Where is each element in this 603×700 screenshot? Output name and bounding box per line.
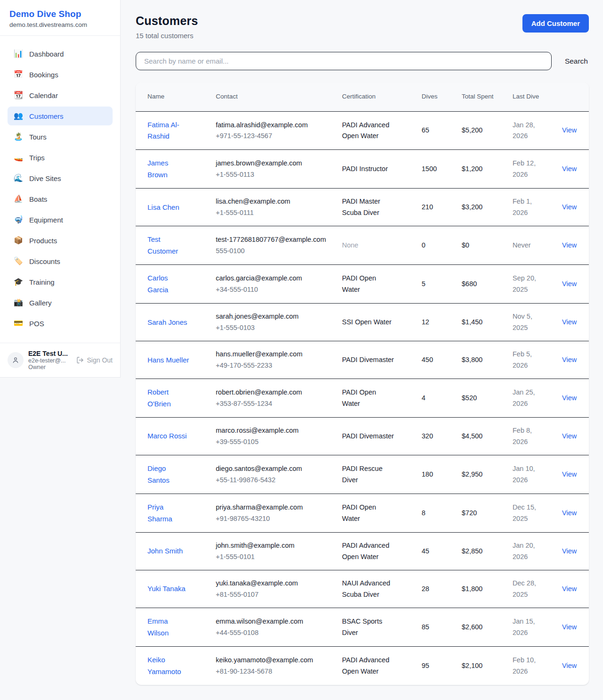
view-customer-link[interactable]: View <box>562 394 577 402</box>
sidebar-item-label: Products <box>29 237 57 245</box>
view-customer-link[interactable]: View <box>562 241 577 249</box>
customer-certification: PADI Divemaster <box>342 432 394 440</box>
brand: Demo Dive Shop demo.test.divestreams.com <box>0 0 120 36</box>
sidebar-item-dashboard[interactable]: 📊 Dashboard <box>8 44 113 63</box>
customer-last-dive: Jan 28, 2026 <box>513 121 535 140</box>
customer-phone: +1-555-0111 <box>216 207 336 218</box>
table-row: John Smith john.smith@example.com +1-555… <box>136 533 589 570</box>
view-customer-link[interactable]: View <box>562 126 577 134</box>
customer-name-link[interactable]: Hans Mueller <box>147 356 189 364</box>
brand-domain: demo.test.divestreams.com <box>9 21 111 28</box>
customer-last-dive: Feb 10, 2026 <box>513 656 536 675</box>
nav-icon: 🎓 <box>13 278 24 286</box>
customers-table-card: Name Contact Certification Dives Total S… <box>136 82 589 685</box>
view-customer-link[interactable]: View <box>562 585 577 593</box>
customer-email: diego.santos@example.com <box>216 463 336 474</box>
customer-name-link[interactable]: Sarah Jones <box>147 318 187 326</box>
customer-total-spent: $3,800 <box>462 356 482 363</box>
customer-last-dive: Dec 15, 2025 <box>513 503 536 522</box>
customer-name-link[interactable]: Yuki Tanaka <box>147 585 186 593</box>
sidebar-item-bookings[interactable]: 📅 Bookings <box>8 65 113 84</box>
add-customer-button[interactable]: Add Customer <box>522 14 589 33</box>
sidebar-item-calendar[interactable]: 📆 Calendar <box>8 86 113 105</box>
customer-email: keiko.yamamoto@example.com <box>216 655 336 666</box>
customer-dives: 95 <box>422 662 429 669</box>
view-customer-link[interactable]: View <box>562 662 577 669</box>
nav-icon: 🚤 <box>13 154 24 161</box>
sidebar-item-boats[interactable]: ⛵ Boats <box>8 189 113 208</box>
customer-phone: +81-90-1234-5678 <box>216 666 336 677</box>
sidebar-item-customers[interactable]: 👥 Customers <box>8 107 113 125</box>
sidebar-item-dive-sites[interactable]: 🌊 Dive Sites <box>8 169 113 188</box>
customer-last-dive: Dec 28, 2025 <box>513 579 536 598</box>
sidebar-item-tours[interactable]: 🏝️ Tours <box>8 127 113 146</box>
sign-out-button[interactable]: Sign Out <box>76 356 113 364</box>
search-input[interactable] <box>136 52 552 70</box>
customer-certification: PADI Rescue Diver <box>342 465 383 483</box>
search-button[interactable]: Search <box>564 55 589 67</box>
nav-icon: 📦 <box>13 237 24 244</box>
customer-last-dive: Jan 25, 2026 <box>513 388 535 407</box>
customer-name-link[interactable]: Carlos Garcia <box>147 274 168 293</box>
table-row: Yuki Tanaka yuki.tanaka@example.com +81-… <box>136 570 589 608</box>
customer-phone: +34-555-0110 <box>216 284 336 295</box>
avatar <box>8 352 24 368</box>
customer-certification: PADI Open Water <box>342 274 376 293</box>
customer-name-link[interactable]: Lisa Chen <box>147 203 179 211</box>
customer-name-link[interactable]: Emma Wilson <box>147 617 169 636</box>
customer-name-link[interactable]: John Smith <box>147 547 183 555</box>
view-customer-link[interactable]: View <box>562 547 577 555</box>
view-customer-link[interactable]: View <box>562 623 577 631</box>
sidebar-item-pos[interactable]: 💳 POS <box>8 314 113 333</box>
customer-total-spent: $720 <box>462 509 477 517</box>
customer-total-spent: $520 <box>462 394 477 402</box>
view-customer-link[interactable]: View <box>562 470 577 478</box>
sidebar-item-gallery[interactable]: 📸 Gallery <box>8 293 113 312</box>
customer-dives: 5 <box>422 280 425 288</box>
sidebar-item-trips[interactable]: 🚤 Trips <box>8 148 113 167</box>
customer-dives: 85 <box>422 623 429 631</box>
sidebar-item-discounts[interactable]: 🏷️ Discounts <box>8 252 113 271</box>
user-role: Owner <box>28 364 72 371</box>
brand-name: Demo Dive Shop <box>9 9 111 19</box>
view-customer-link[interactable]: View <box>562 203 577 211</box>
customer-last-dive: Feb 8, 2026 <box>513 427 532 445</box>
table-row: Fatima Al-Rashid fatima.alrashid@example… <box>136 111 589 150</box>
customer-dives: 180 <box>422 470 433 478</box>
view-customer-link[interactable]: View <box>562 165 577 173</box>
customer-name-link[interactable]: Diego Santos <box>147 464 170 484</box>
customer-name-link[interactable]: Test Customer <box>147 235 178 255</box>
view-customer-link[interactable]: View <box>562 280 577 288</box>
customer-email: robert.obrien@example.com <box>216 387 336 398</box>
search-row: Search <box>136 52 589 70</box>
customer-phone: 555-0100 <box>216 246 336 256</box>
customer-name-link[interactable]: Marco Rossi <box>147 432 187 440</box>
customer-email: emma.wilson@example.com <box>216 616 336 627</box>
column-header-dives: Dives <box>422 82 462 111</box>
view-customer-link[interactable]: View <box>562 432 577 440</box>
customer-last-dive: Jan 20, 2026 <box>513 542 535 560</box>
customer-email: carlos.garcia@example.com <box>216 273 336 284</box>
view-customer-link[interactable]: View <box>562 509 577 517</box>
customer-last-dive: Sep 20, 2025 <box>513 274 536 293</box>
table-row: James Brown james.brown@example.com +1-5… <box>136 150 589 189</box>
sidebar-item-training[interactable]: 🎓 Training <box>8 272 113 291</box>
customer-name-link[interactable]: James Brown <box>147 159 168 178</box>
page-title-block: Customers 15 total customers <box>136 14 198 40</box>
sidebar-item-label: Customers <box>29 112 64 120</box>
customer-name-link[interactable]: Keiko Yamamoto <box>147 656 181 675</box>
customer-phone: +81-555-0107 <box>216 589 336 600</box>
sidebar-item-label: Boats <box>29 195 47 203</box>
customer-name-link[interactable]: Robert O'Brien <box>147 388 171 407</box>
view-customer-link[interactable]: View <box>562 356 577 363</box>
sidebar-item-products[interactable]: 📦 Products <box>8 231 113 250</box>
sidebar-item-label: Calendar <box>29 91 58 99</box>
customer-name-link[interactable]: Fatima Al-Rashid <box>147 121 179 140</box>
view-customer-link[interactable]: View <box>562 318 577 326</box>
table-row: Sarah Jones sarah.jones@example.com +1-5… <box>136 304 589 341</box>
customer-name-link[interactable]: Priya Sharma <box>147 503 172 522</box>
table-row: Priya Sharma priya.sharma@example.com +9… <box>136 494 589 533</box>
customer-dives: 1500 <box>422 165 437 173</box>
table-row: Robert O'Brien robert.obrien@example.com… <box>136 379 589 418</box>
sidebar-item-equipment[interactable]: 🤿 Equipment <box>8 210 113 229</box>
